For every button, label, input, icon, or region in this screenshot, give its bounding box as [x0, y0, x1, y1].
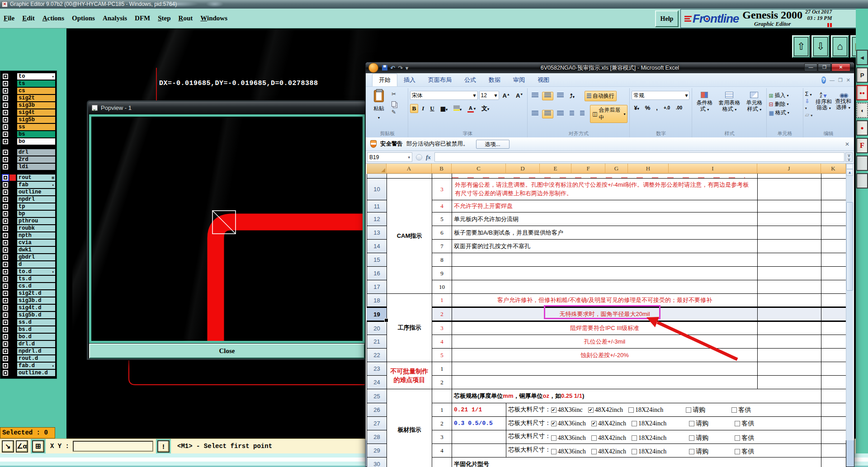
fill-button[interactable]: ⇩ ▾ [805, 98, 813, 111]
cell-b[interactable] [432, 458, 452, 467]
cell-prepreg-title[interactable]: 半固化片型号 [452, 458, 821, 467]
popview-titlebar[interactable]: Popview - 1 [88, 102, 366, 114]
cell-core-size[interactable]: 芯板大料尺寸：48X36inch48X42inch18X24inch请购客供 [506, 430, 821, 444]
checkbox[interactable] [735, 449, 740, 454]
cell-c[interactable] [452, 253, 758, 267]
layer-row[interactable]: to.d✦ [1, 268, 56, 275]
cell[interactable] [452, 174, 758, 179]
cell-b[interactable]: 4 [432, 444, 452, 458]
layer-name[interactable]: ss [17, 124, 55, 130]
checkbox[interactable]: ✔ [551, 421, 557, 426]
column-header[interactable]: F [571, 164, 605, 174]
cell-j[interactable] [758, 307, 821, 321]
layer-row[interactable]: roubk [1, 225, 56, 232]
layer-checkbox[interactable] [3, 247, 8, 253]
layer-name[interactable]: npdrl.d [17, 348, 55, 354]
vertical-scrollbar[interactable]: ▲ [846, 164, 853, 440]
cell-c[interactable]: 孔位公差+/-3mil [452, 335, 758, 349]
row-header[interactable]: 26 [367, 403, 387, 417]
cell-b[interactable]: 9 [432, 267, 452, 280]
cell-k[interactable] [821, 417, 846, 430]
layer-name[interactable]: sig4t [17, 109, 55, 116]
align-right-button[interactable] [555, 110, 566, 118]
cell-c[interactable]: 不允许字符上开窗焊盘 [452, 200, 758, 212]
cell-b[interactable]: 1 [432, 362, 452, 376]
shrink-font-button[interactable]: A▼ [514, 91, 525, 100]
layer-checkbox[interactable] [3, 262, 8, 267]
xy-input[interactable] [73, 441, 153, 452]
row-header[interactable]: 16 [367, 267, 387, 280]
row-header[interactable]: 22 [367, 349, 387, 362]
format-painter-icon[interactable]: ✎ [390, 109, 398, 116]
cell-j[interactable] [758, 267, 821, 280]
cell-b[interactable]: 3 [432, 321, 452, 335]
cell-k[interactable] [821, 200, 846, 212]
row-header[interactable]: 15 [367, 253, 387, 267]
checkbox[interactable]: ✔ [588, 407, 594, 413]
cell-k[interactable] [821, 212, 846, 226]
fill-color-button[interactable]: ▾ [451, 104, 464, 113]
cell-b[interactable]: 7 [432, 240, 452, 253]
scrollbar-thumb[interactable] [846, 202, 853, 291]
increase-indent-button[interactable] [578, 110, 587, 118]
layer-row[interactable]: sig5b [1, 116, 56, 123]
checkbox[interactable] [591, 449, 597, 454]
cell-b[interactable]: 1 [432, 294, 452, 307]
cell-k[interactable] [821, 362, 846, 376]
selection-fill-handle[interactable] [384, 318, 388, 322]
cell-c[interactable] [452, 267, 758, 280]
checkbox[interactable] [628, 407, 634, 413]
layer-row[interactable]: cvia [1, 239, 56, 246]
layer-row[interactable]: outline.d [1, 369, 56, 377]
layer-checkbox[interactable] [3, 74, 8, 79]
layer-checkbox[interactable] [3, 363, 8, 368]
strip-button[interactable]: ◄ [856, 50, 868, 65]
layer-checkbox[interactable] [3, 276, 8, 282]
layer-row[interactable]: rout⊞ [1, 174, 56, 181]
border-button[interactable]: ▦▾ [438, 104, 450, 113]
layer-name[interactable]: to✦ [17, 73, 55, 80]
cell-k[interactable] [821, 403, 846, 417]
cell-k[interactable] [821, 444, 846, 458]
cell-core-thickness[interactable] [452, 444, 506, 458]
name-box[interactable]: B19▾ [367, 152, 412, 162]
cell-b[interactable]: 4 [432, 200, 452, 212]
layer-name[interactable]: cs.d [17, 283, 55, 289]
layer-checkbox[interactable] [3, 327, 8, 332]
cell-k[interactable] [821, 294, 846, 307]
column-header[interactable]: A [387, 164, 432, 174]
cell-k[interactable] [821, 240, 846, 253]
menu-item[interactable]: File [4, 9, 14, 28]
layer-checkbox[interactable] [3, 139, 8, 144]
cell-b[interactable]: 5 [432, 349, 452, 362]
layer-checkbox[interactable] [3, 175, 8, 180]
checkbox[interactable] [735, 421, 740, 426]
row-header[interactable]: 25 [367, 389, 387, 403]
cell-c[interactable] [452, 362, 758, 376]
cell-styles-button[interactable]: 单元格样式 ▾ [744, 92, 764, 113]
cell-k[interactable] [821, 280, 846, 294]
layer-checkbox[interactable] [3, 291, 8, 296]
checkbox[interactable] [689, 421, 694, 426]
cell-k[interactable] [821, 335, 846, 349]
layer-checkbox[interactable] [3, 298, 8, 303]
layer-row[interactable]: fab.d✦ [1, 362, 56, 369]
layer-checkbox[interactable] [3, 204, 8, 209]
layer-row[interactable]: sig2t [1, 94, 56, 102]
layer-row[interactable]: ss.d [1, 319, 56, 326]
layer-row[interactable]: fab✦ [1, 181, 56, 189]
checkbox[interactable] [551, 435, 557, 441]
layer-checkbox[interactable] [3, 334, 8, 340]
layer-row[interactable]: drl [1, 149, 56, 156]
cell-c[interactable]: 蚀刻公差按+/-20% [452, 349, 758, 362]
strip-button[interactable]: ◖ [856, 103, 868, 118]
layer-checkbox[interactable] [3, 211, 8, 217]
align-middle-button[interactable] [542, 92, 553, 100]
cell-b[interactable]: 2 [432, 417, 452, 430]
row-header[interactable]: 12 [367, 212, 387, 226]
copy-icon[interactable] [390, 100, 398, 107]
strip-button[interactable] [856, 173, 868, 189]
row-header[interactable]: 29 [367, 444, 387, 458]
menu-item[interactable]: Windows [200, 9, 227, 28]
row-header[interactable]: 11 [367, 200, 387, 212]
